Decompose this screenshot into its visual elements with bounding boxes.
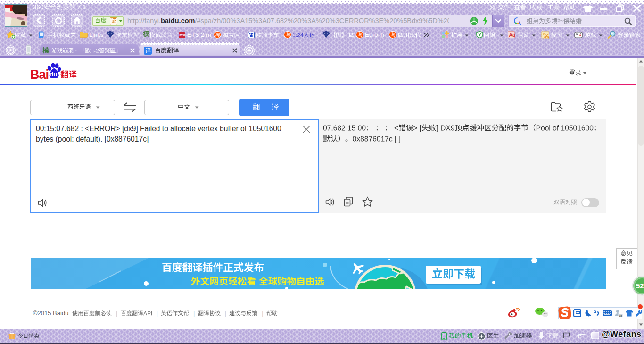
svg-text:52: 52: [636, 282, 644, 290]
svg-text:du: du: [50, 71, 58, 78]
svg-text:15: 15: [619, 314, 622, 317]
